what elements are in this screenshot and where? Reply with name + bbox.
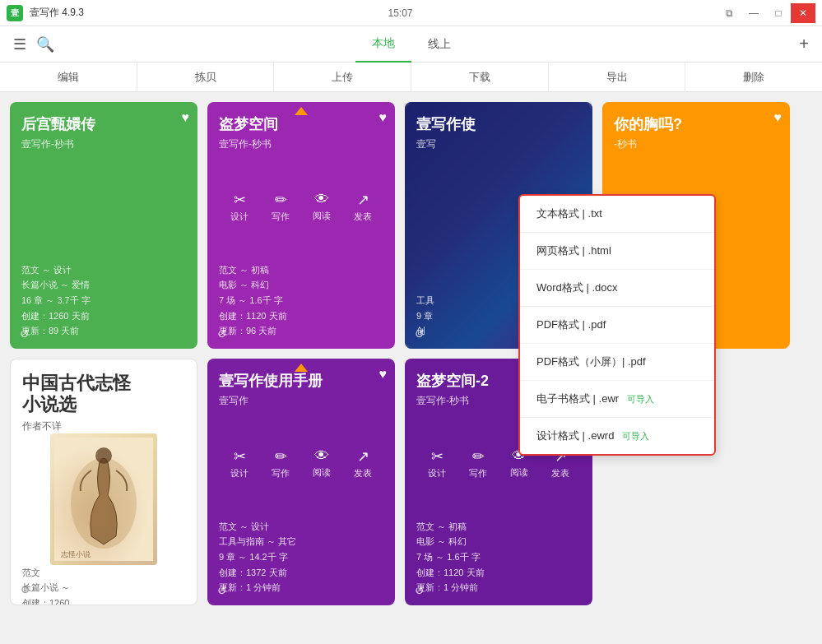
refresh-icon[interactable]: ↺ — [415, 327, 425, 341]
menu-icon[interactable]: ☰ — [13, 35, 26, 53]
tab-online[interactable]: 线上 — [411, 26, 467, 63]
book-title: 后宫甄嬛传 壹写作-秒书 — [21, 115, 186, 151]
book-meta: 范文 ～ 设计 长篇小说 ～ 爱情 16 章 ～ 3.7千 字 创建：1260 … — [21, 262, 186, 339]
download-button[interactable]: 下载 — [411, 63, 549, 92]
write-icon: ✏ — [472, 447, 485, 466]
design-icon: ✂ — [234, 447, 246, 466]
publish-icon: ↗ — [357, 191, 369, 209]
book-title: 壹写作使 壹写 — [416, 115, 581, 151]
export-pdf-small[interactable]: PDF格式（小屏）| .pdf — [520, 344, 714, 381]
app-logo: 壹 — [7, 5, 23, 21]
heart-icon: ♥ — [379, 110, 388, 125]
toolbar: 编辑 拣贝 上传 下载 导出 删除 — [0, 63, 822, 92]
design-action[interactable]: ✂ 设计 — [230, 191, 248, 223]
write-action[interactable]: ✏ 写作 — [272, 447, 290, 480]
design-action[interactable]: ✂ 设计 — [230, 447, 248, 480]
publish-action[interactable]: ↗ 发表 — [354, 447, 372, 480]
read-icon: 👁 — [314, 191, 329, 208]
book-meta: 范文 ～ 初稿 电影 ～ 科幻 7 场 ～ 1.6千 字 创建：1120 天前 … — [416, 519, 581, 595]
svg-point-2 — [95, 447, 112, 464]
svg-rect-0 — [54, 438, 153, 561]
write-action[interactable]: ✏ 写作 — [272, 191, 290, 223]
book-card[interactable]: ♥ 盗梦空间 壹写作-秒书 ✂ 设计 ✏ 写作 👁 阅读 ↗ 发表 范文 — [207, 102, 395, 349]
close-button[interactable]: ✕ — [791, 3, 815, 23]
tab-local[interactable]: 本地 — [355, 26, 411, 63]
book-title: 盗梦空间 壹写作-秒书 — [219, 115, 383, 151]
edit-button[interactable]: 编辑 — [0, 63, 137, 92]
nav-bar: ☰ 🔍 本地 线上 + — [0, 26, 822, 63]
title-bar-time: 15:07 — [388, 7, 413, 19]
minimize-button[interactable]: — — [741, 3, 766, 23]
nav-tabs: 本地 线上 — [355, 26, 467, 63]
heart-icon: ♥ — [182, 110, 190, 125]
title-bar-left: 壹 壹写作 4.9.3 — [7, 5, 84, 21]
book-title: 壹写作使用手册 壹写作 — [219, 372, 383, 408]
read-icon: 👁 — [314, 447, 329, 465]
app-title: 壹写作 4.9.3 — [30, 6, 84, 20]
export-button[interactable]: 导出 — [549, 63, 686, 92]
add-book-button[interactable]: + — [799, 35, 809, 53]
upload-button[interactable]: 上传 — [274, 63, 411, 92]
export-txt[interactable]: 文本格式 | .txt — [520, 196, 714, 233]
design-icon: ✂ — [431, 447, 444, 466]
export-docx[interactable]: Word格式 | .docx — [520, 270, 714, 307]
design-icon: ✂ — [234, 191, 246, 209]
title-bar: 壹 壹写作 4.9.3 15:07 ⧉ — □ ✕ — [0, 0, 822, 26]
export-ewrd[interactable]: 设计格式 | .ewrd 可导入 — [520, 418, 714, 454]
book-card[interactable]: ♥ 后宫甄嬛传 壹写作-秒书 范文 ～ 设计 长篇小说 ～ 爱情 16 章 ～ … — [10, 102, 197, 349]
book-actions: ✂ 设计 ✏ 写作 👁 阅读 ↗ 发表 — [219, 191, 383, 223]
search-icon[interactable]: 🔍 — [36, 35, 54, 53]
read-action[interactable]: 👁 阅读 — [313, 191, 331, 223]
triangle-indicator — [295, 107, 308, 115]
write-action[interactable]: ✏ 写作 — [469, 447, 487, 480]
book-card[interactable]: ♥ 壹写作使用手册 壹写作 ✂ 设计 ✏ 写作 👁 阅读 ↗ 发表 范文 — [207, 359, 395, 605]
triangle-indicator — [295, 364, 308, 372]
book-cover-image: 志怪小说 — [22, 433, 185, 565]
book-title: 你的胸吗? -秒书 — [614, 115, 778, 151]
book-meta: 范文 ～ 初稿 电影 ～ 科幻 7 场 ～ 1.6千 字 创建：1120 天前 … — [219, 262, 383, 339]
book-actions: ✂ 设计 ✏ 写作 👁 阅读 ↗ 发表 — [219, 447, 383, 480]
book-meta: 范文 ～ 设计 工具与指南 ～ 其它 9 章 ～ 14.2千 字 创建：1372… — [219, 519, 383, 595]
book-title: 中国古代志怪小说选 作者不详 — [22, 373, 185, 433]
content-area: ♥ 后宫甄嬛传 壹写作-秒书 范文 ～ 设计 长篇小说 ～ 爱情 16 章 ～ … — [0, 92, 822, 615]
collect-button[interactable]: 拣贝 — [137, 63, 275, 92]
export-html[interactable]: 网页格式 | .html — [520, 233, 714, 270]
window-controls: ⧉ — □ ✕ — [717, 3, 815, 23]
export-pdf[interactable]: PDF格式 | .pdf — [520, 307, 714, 344]
refresh-icon[interactable]: ↺ — [21, 583, 30, 596]
refresh-icon[interactable]: ↺ — [20, 327, 30, 341]
publish-action[interactable]: ↗ 发表 — [354, 191, 372, 223]
book-meta: 范文 长篇小说 ～ 创建：1260 更新：1250 — [22, 565, 185, 605]
heart-icon: ♥ — [774, 110, 783, 125]
svg-point-1 — [71, 458, 137, 549]
design-action[interactable]: ✂ 设计 — [428, 447, 446, 480]
publish-icon: ↗ — [357, 447, 369, 466]
delete-button[interactable]: 删除 — [685, 63, 822, 92]
write-icon: ✏ — [275, 447, 287, 466]
ink-art: 志怪小说 — [50, 433, 157, 565]
book-card[interactable]: 中国古代志怪小说选 作者不详 志怪小说 范文 长篇小说 ～ — [10, 359, 197, 605]
heart-icon: ♥ — [379, 367, 388, 382]
refresh-icon[interactable]: ↺ — [217, 584, 227, 597]
refresh-icon[interactable]: ↺ — [415, 584, 425, 597]
write-icon: ✏ — [275, 191, 287, 209]
read-action[interactable]: 👁 阅读 — [313, 447, 331, 480]
svg-text:志怪小说: 志怪小说 — [61, 550, 91, 558]
refresh-icon[interactable]: ↺ — [217, 327, 227, 341]
export-ewr[interactable]: 电子书格式 | .ewr 可导入 — [520, 381, 714, 418]
maximize-button[interactable]: □ — [766, 3, 791, 23]
export-dropdown: 文本格式 | .txt 网页格式 | .html Word格式 | .docx … — [518, 194, 716, 456]
restore-button[interactable]: ⧉ — [717, 3, 741, 23]
